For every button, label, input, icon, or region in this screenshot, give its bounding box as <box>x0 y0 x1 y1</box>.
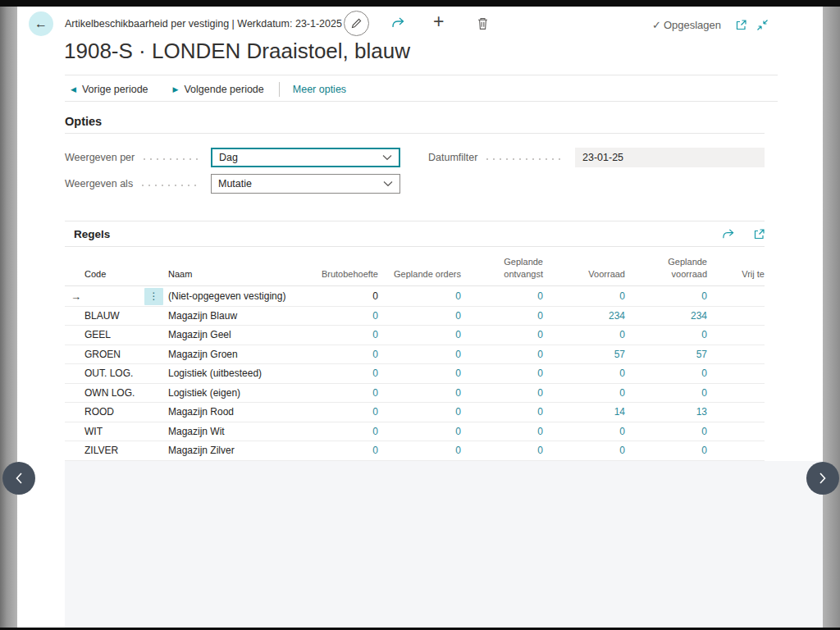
cell-brutobehoefte[interactable]: 0 <box>320 368 386 379</box>
cell-geplande-ontvangst[interactable]: 0 <box>468 426 550 437</box>
table-row[interactable]: ZILVER Magazijn Zilver 0 0 0 0 0 <box>65 441 765 461</box>
cell-geplande-ontvangst[interactable]: 0 <box>468 387 550 399</box>
new-button[interactable]: + <box>433 11 444 33</box>
table-row[interactable]: WIT Magazijn Wit 0 0 0 0 0 <box>65 422 765 442</box>
cell-brutobehoefte[interactable]: 0 <box>320 329 386 340</box>
column-header-geplande-voorraad[interactable]: Geplande voorraad <box>632 256 714 285</box>
column-header-voorraad[interactable]: Voorraad <box>550 268 632 285</box>
cell-brutobehoefte[interactable]: 0 <box>320 426 386 437</box>
collapse-button[interactable] <box>756 19 769 31</box>
cell-geplande-orders[interactable]: 0 <box>386 329 468 340</box>
cell-geplande-ontvangst[interactable]: 0 <box>468 406 550 418</box>
share-button[interactable] <box>390 16 405 30</box>
column-header-naam[interactable]: Naam <box>163 268 320 285</box>
cell-geplande-ontvangst[interactable]: 0 <box>468 290 550 302</box>
focus-mode-button[interactable] <box>753 228 765 241</box>
cell-name[interactable]: Magazijn Blauw <box>163 310 320 322</box>
scroll-left-button[interactable] <box>2 462 35 495</box>
cell-code[interactable]: → ⋮ <box>65 287 163 306</box>
cell-geplande-orders[interactable]: 0 <box>386 349 468 360</box>
cell-code[interactable]: WIT <box>65 422 163 441</box>
lines-section-heading[interactable]: Regels <box>74 228 110 240</box>
cell-geplande-orders[interactable]: 0 <box>386 368 468 379</box>
table-row[interactable]: GEEL Magazijn Geel 0 0 0 0 0 <box>65 326 765 345</box>
cell-geplande-voorraad[interactable]: 13 <box>632 406 714 418</box>
cell-geplande-orders[interactable]: 0 <box>386 290 468 302</box>
row-menu-button[interactable]: ⋮ <box>144 288 163 305</box>
cell-code[interactable]: OWN LOG. <box>65 384 163 403</box>
cell-brutobehoefte[interactable]: 0 <box>320 290 386 302</box>
cell-geplande-voorraad[interactable]: 234 <box>632 310 714 322</box>
next-period-button[interactable]: ▶ Volgende periode <box>173 84 264 95</box>
cell-geplande-orders[interactable]: 0 <box>386 310 468 322</box>
column-header-brutobehoefte[interactable]: Brutobehoefte <box>320 268 386 285</box>
cell-geplande-orders[interactable]: 0 <box>386 406 468 418</box>
table-row-selected[interactable]: → ⋮ (Niet-opgegeven vestiging) 0 0 0 0 0 <box>65 287 765 307</box>
cell-geplande-ontvangst[interactable]: 0 <box>468 445 550 456</box>
column-header-code[interactable]: Code <box>65 268 163 285</box>
weergeven-per-select[interactable]: Dag <box>211 148 400 167</box>
cell-voorraad[interactable]: 234 <box>550 310 632 322</box>
cell-geplande-ontvangst[interactable]: 0 <box>468 368 550 379</box>
open-in-new-window-button[interactable] <box>735 19 747 31</box>
weergeven-als-select[interactable]: Mutatie <box>211 174 400 194</box>
cell-geplande-voorraad[interactable]: 0 <box>632 329 714 340</box>
table-row[interactable]: BLAUW Magazijn Blauw 0 0 0 234 234 <box>65 307 765 326</box>
cell-voorraad[interactable]: 0 <box>550 387 632 399</box>
cell-geplande-voorraad[interactable]: 0 <box>632 445 714 456</box>
edit-button[interactable] <box>344 11 369 36</box>
cell-voorraad[interactable]: 57 <box>550 349 632 360</box>
cell-code[interactable]: GROEN <box>65 345 163 364</box>
cell-geplande-voorraad[interactable]: 0 <box>632 387 714 399</box>
cell-geplande-voorraad[interactable]: 0 <box>632 426 714 437</box>
cell-geplande-ontvangst[interactable]: 0 <box>468 349 550 360</box>
cell-brutobehoefte[interactable]: 0 <box>320 445 386 456</box>
column-header-geplande-ontvangst[interactable]: Geplande ontvangst <box>468 256 550 285</box>
table-row[interactable]: ROOD Magazijn Rood 0 0 0 14 13 <box>65 403 765 422</box>
cell-name[interactable]: Magazijn Wit <box>163 426 320 437</box>
datumfilter-field[interactable]: 23-01-25 <box>575 148 765 167</box>
cell-name[interactable]: Magazijn Groen <box>163 349 320 360</box>
cell-name[interactable]: Logistiek (eigen) <box>163 387 320 399</box>
cell-brutobehoefte[interactable]: 0 <box>320 406 386 418</box>
cell-code[interactable]: ZILVER <box>65 441 163 460</box>
delete-button[interactable] <box>477 16 489 30</box>
cell-voorraad[interactable]: 0 <box>550 368 632 379</box>
cell-voorraad[interactable]: 0 <box>550 329 632 340</box>
column-header-vrij-te[interactable]: Vrij te <box>714 268 765 285</box>
cell-name[interactable]: (Niet-opgegeven vestiging) <box>163 290 320 302</box>
cell-geplande-ontvangst[interactable]: 0 <box>468 310 550 322</box>
cell-brutobehoefte[interactable]: 0 <box>320 349 386 360</box>
cell-code[interactable]: BLAUW <box>65 307 163 326</box>
cell-voorraad[interactable]: 14 <box>550 406 632 418</box>
cell-geplande-voorraad[interactable]: 0 <box>632 290 714 302</box>
breadcrumb[interactable]: Artikelbeschikbaarheid per vestiging | W… <box>65 18 342 30</box>
more-options-button[interactable]: Meer opties <box>293 84 346 95</box>
cell-name[interactable]: Magazijn Zilver <box>163 445 320 456</box>
cell-geplande-ontvangst[interactable]: 0 <box>468 329 550 340</box>
cell-name[interactable]: Magazijn Geel <box>163 329 320 340</box>
cell-geplande-voorraad[interactable]: 0 <box>632 368 714 379</box>
column-header-geplande-orders[interactable]: Geplande orders <box>386 268 468 285</box>
previous-period-button[interactable]: ◀ Vorige periode <box>71 84 148 95</box>
cell-geplande-orders[interactable]: 0 <box>386 426 468 437</box>
cell-brutobehoefte[interactable]: 0 <box>320 310 386 322</box>
scroll-right-button[interactable] <box>806 462 839 495</box>
cell-geplande-orders[interactable]: 0 <box>386 445 468 456</box>
cell-geplande-voorraad[interactable]: 57 <box>632 349 714 360</box>
cell-geplande-orders[interactable]: 0 <box>386 387 468 399</box>
cell-voorraad[interactable]: 0 <box>550 426 632 437</box>
cell-code[interactable]: ROOD <box>65 403 163 422</box>
cell-voorraad[interactable]: 0 <box>550 290 632 302</box>
cell-voorraad[interactable]: 0 <box>550 445 632 456</box>
cell-name[interactable]: Magazijn Rood <box>163 406 320 418</box>
table-row[interactable]: GROEN Magazijn Groen 0 0 0 57 57 <box>65 345 765 365</box>
cell-name[interactable]: Logistiek (uitbesteed) <box>163 368 320 379</box>
cell-code[interactable]: GEEL <box>65 326 163 345</box>
table-row[interactable]: OUT. LOG. Logistiek (uitbesteed) 0 0 0 0… <box>65 364 765 384</box>
cell-code[interactable]: OUT. LOG. <box>65 364 163 383</box>
share-lines-button[interactable] <box>720 228 735 241</box>
cell-brutobehoefte[interactable]: 0 <box>320 387 386 399</box>
back-button[interactable]: ← <box>29 11 53 36</box>
options-section-heading[interactable]: Opties <box>65 115 102 128</box>
